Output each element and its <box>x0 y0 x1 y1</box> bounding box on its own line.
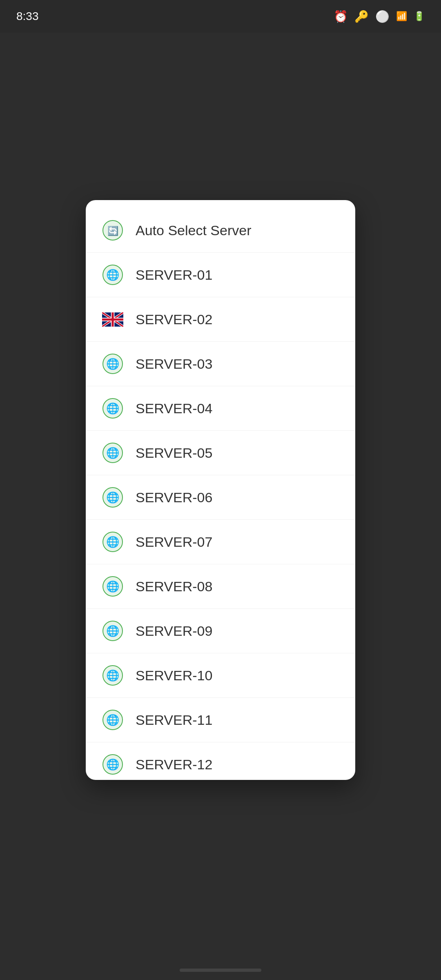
svg-rect-12 <box>111 312 114 327</box>
server-item-server-10[interactable]: 🌐 SERVER-10 <box>86 653 355 698</box>
server-label-server-01: SERVER-01 <box>136 267 212 283</box>
server-label-server-07: SERVER-07 <box>136 534 212 550</box>
server-selection-modal: 🔄 Auto Select Server 🌐 SERVER-01 SERVER-… <box>86 200 355 780</box>
alarm-icon: ⏰ <box>334 10 348 23</box>
svg-text:🌐: 🌐 <box>106 491 120 504</box>
svg-text:🌐: 🌐 <box>106 580 120 593</box>
modal-overlay: 🔄 Auto Select Server 🌐 SERVER-01 SERVER-… <box>0 0 441 980</box>
server-icon: 🌐 <box>102 754 123 775</box>
server-item-server-05[interactable]: 🌐 SERVER-05 <box>86 431 355 475</box>
server-item-server-11[interactable]: 🌐 SERVER-11 <box>86 698 355 742</box>
svg-text:🔄: 🔄 <box>107 225 119 236</box>
svg-text:🌐: 🌐 <box>106 758 120 771</box>
auto-select-icon: 🔄 <box>102 220 123 241</box>
svg-text:🌐: 🌐 <box>106 357 120 370</box>
svg-text:🌐: 🌐 <box>106 713 120 726</box>
server-label-server-12: SERVER-12 <box>136 757 212 773</box>
server-label-server-06: SERVER-06 <box>136 490 212 506</box>
svg-text:🌐: 🌐 <box>106 624 120 637</box>
battery-icon: 🔋 <box>414 11 425 22</box>
svg-text:🌐: 🌐 <box>106 669 120 682</box>
server-label-server-05: SERVER-05 <box>136 445 212 461</box>
server-icon: 🌐 <box>102 531 123 552</box>
server-label-server-03: SERVER-03 <box>136 356 212 372</box>
svg-text:🌐: 🌐 <box>106 535 120 548</box>
server-item-server-12[interactable]: 🌐 SERVER-12 <box>86 742 355 780</box>
server-icon: 🌐 <box>102 264 123 285</box>
svg-text:🌐: 🌐 <box>106 268 120 281</box>
server-label-server-02: SERVER-02 <box>136 312 212 327</box>
circle-icon: ⚪ <box>375 10 390 23</box>
status-bar-left: 8:33 <box>16 10 39 23</box>
server-item-server-02[interactable]: SERVER-02 <box>86 297 355 342</box>
server-icon: 🌐 <box>102 398 123 419</box>
server-icon: 🌐 <box>102 665 123 686</box>
server-icon: 🌐 <box>102 576 123 597</box>
status-bar-right: ⏰ 🔑 ⚪ 📶 🔋 <box>334 10 425 23</box>
server-label-auto-select: Auto Select Server <box>136 223 251 238</box>
server-item-server-07[interactable]: 🌐 SERVER-07 <box>86 520 355 564</box>
server-label-server-09: SERVER-09 <box>136 623 212 639</box>
server-icon: 🌐 <box>102 487 123 508</box>
svg-text:🌐: 🌐 <box>106 402 120 415</box>
server-icon: 🌐 <box>102 709 123 731</box>
server-item-server-06[interactable]: 🌐 SERVER-06 <box>86 475 355 520</box>
time-display: 8:33 <box>16 10 39 23</box>
server-item-server-04[interactable]: 🌐 SERVER-04 <box>86 386 355 431</box>
svg-text:🌐: 🌐 <box>106 446 120 459</box>
server-item-server-08[interactable]: 🌐 SERVER-08 <box>86 564 355 609</box>
server-item-auto-select[interactable]: 🔄 Auto Select Server <box>86 208 355 253</box>
server-item-server-09[interactable]: 🌐 SERVER-09 <box>86 609 355 653</box>
server-icon: 🌐 <box>102 442 123 463</box>
server-icon: 🌐 <box>102 620 123 641</box>
server-item-server-03[interactable]: 🌐 SERVER-03 <box>86 342 355 386</box>
status-bar: 8:33 ⏰ 🔑 ⚪ 📶 🔋 <box>0 0 441 33</box>
key-icon: 🔑 <box>354 10 369 23</box>
server-label-server-11: SERVER-11 <box>136 712 212 728</box>
server-label-server-08: SERVER-08 <box>136 579 212 595</box>
signal-icon: 📶 <box>396 11 407 22</box>
server-icon: 🌐 <box>102 353 123 374</box>
server-label-server-04: SERVER-04 <box>136 401 212 416</box>
server-label-server-10: SERVER-10 <box>136 668 212 684</box>
server-item-server-01[interactable]: 🌐 SERVER-01 <box>86 253 355 297</box>
uk-flag-icon <box>102 309 123 330</box>
